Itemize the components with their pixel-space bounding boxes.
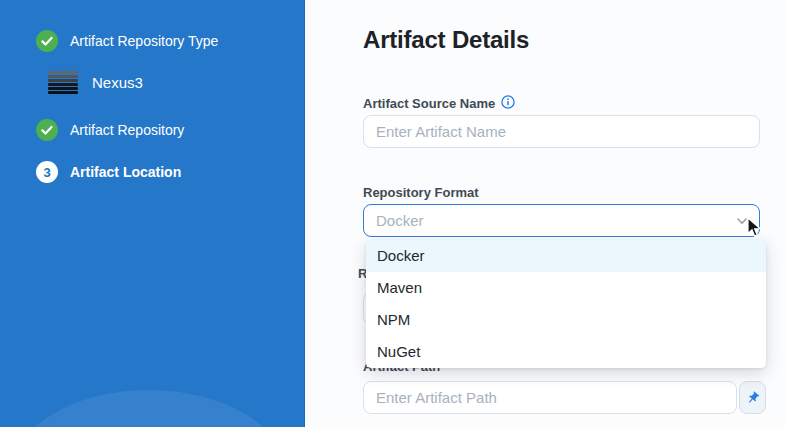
step-label: Artifact Location (70, 164, 181, 180)
sidebar-item-nexus3[interactable]: Nexus3 (48, 71, 143, 94)
artifact-source-name-input[interactable] (363, 115, 760, 148)
dropdown-option-docker[interactable]: Docker (366, 240, 766, 272)
step-number-badge: 3 (36, 161, 58, 183)
info-icon[interactable] (501, 95, 515, 112)
artifact-path-input[interactable] (363, 381, 737, 414)
dropdown-option-npm[interactable]: NPM (366, 304, 766, 336)
wizard-sidebar: Artifact Repository Type Nexus3 Artifact… (0, 0, 305, 427)
step-label: Nexus3 (92, 74, 143, 91)
dropdown-option-maven[interactable]: Maven (366, 272, 766, 304)
pin-button[interactable] (739, 381, 766, 414)
page-title: Artifact Details (363, 26, 529, 54)
repository-format-dropdown: Docker Maven NPM NuGet (366, 240, 766, 368)
check-icon (36, 119, 58, 141)
pin-icon (743, 388, 763, 408)
repository-format-label: Repository Format (363, 185, 479, 200)
sidebar-step-artifact-repository-type[interactable]: Artifact Repository Type (36, 30, 218, 52)
step-label: Artifact Repository (70, 122, 184, 138)
nexus3-stack-icon (48, 71, 78, 94)
step-label: Artifact Repository Type (70, 33, 218, 49)
repository-format-select[interactable]: Docker (363, 204, 760, 237)
artifact-wizard-window: Artifact Repository Type Nexus3 Artifact… (0, 0, 785, 427)
sidebar-step-artifact-repository[interactable]: Artifact Repository (36, 119, 184, 141)
sidebar-step-artifact-location[interactable]: 3 Artifact Location (36, 161, 181, 183)
dropdown-option-nuget[interactable]: NuGet (366, 336, 766, 368)
repository-format-value: Docker (376, 212, 424, 229)
artifact-source-name-label: Artifact Source Name (363, 95, 515, 112)
check-icon (36, 30, 58, 52)
sidebar-decor-circle (14, 390, 284, 427)
chevron-down-icon (735, 214, 749, 232)
